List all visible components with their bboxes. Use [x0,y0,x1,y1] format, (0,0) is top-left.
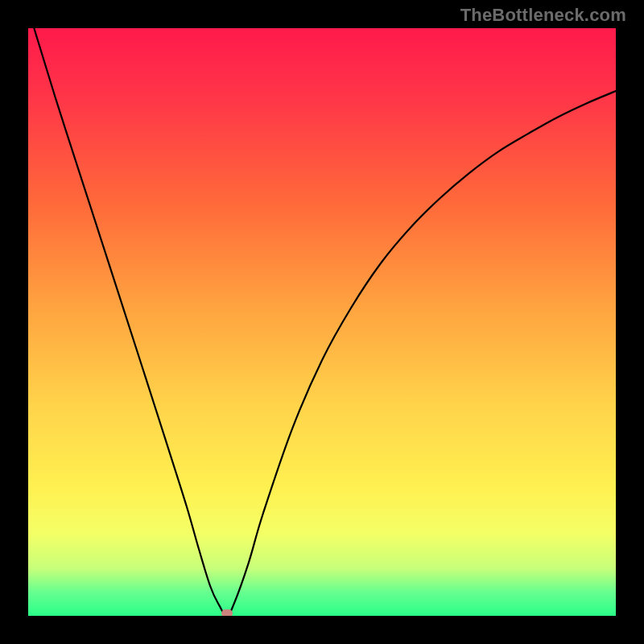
watermark-label: TheBottleneck.com [460,5,626,26]
plot-area [28,28,616,616]
bottleneck-curve [28,28,616,616]
chart-frame: TheBottleneck.com [0,0,644,644]
minimum-marker [221,609,233,616]
